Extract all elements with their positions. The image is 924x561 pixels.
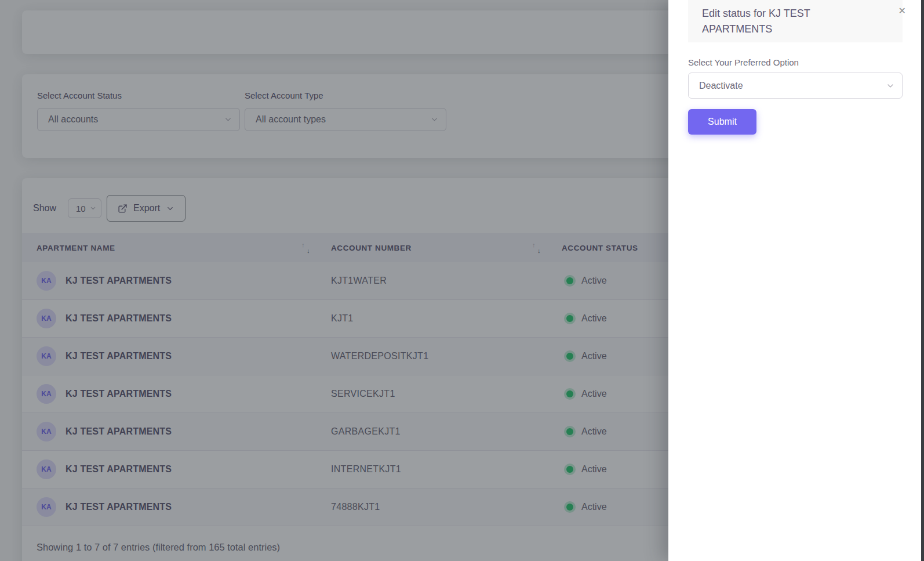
drawer-title: Edit status for KJ TEST APARTMENTS [702,6,847,37]
preferred-option-value: Deactivate [699,81,743,91]
scrollbar[interactable] [921,0,924,561]
close-icon[interactable]: ✕ [897,5,907,17]
chevron-down-icon [886,81,895,91]
preferred-option-select[interactable]: Deactivate [688,73,903,99]
drawer-header: Edit status for KJ TEST APARTMENTS [688,0,903,42]
submit-button[interactable]: Submit [688,109,756,135]
preferred-option-label: Select Your Preferred Option [688,57,903,67]
edit-status-drawer: Edit status for KJ TEST APARTMENTS ✕ Sel… [668,0,924,561]
